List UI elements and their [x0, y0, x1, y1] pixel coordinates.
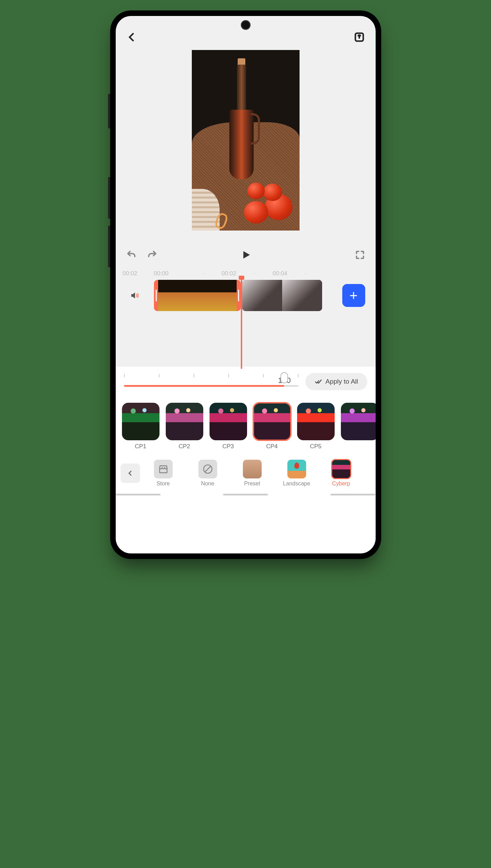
clip-2[interactable] [242, 280, 322, 311]
category-none[interactable]: None [187, 460, 229, 487]
time-mark: 00:00 [154, 270, 185, 277]
redo-icon [147, 250, 157, 260]
filter-cp4-selected[interactable]: CP4 [253, 403, 291, 450]
filter-thumb [122, 403, 159, 440]
preview-tomato [263, 184, 282, 201]
filter-label: CP5 [310, 443, 321, 450]
category-bar[interactable]: Store None Preset Landscape Cyberp [116, 453, 376, 491]
category-cyberpunk-active[interactable]: Cyberp [320, 460, 362, 487]
playhead[interactable] [241, 278, 242, 369]
timeline: 00:02 00:00 · 00:02 · 00:04 · [116, 267, 376, 367]
filter-label: CP4 [266, 443, 278, 450]
double-check-icon [314, 378, 322, 385]
time-mark: 00:02 [221, 270, 236, 277]
audio-button[interactable] [116, 291, 154, 300]
nav-indicator [116, 491, 376, 498]
filter-strip[interactable]: CP1 CP2 CP3 CP4 CP5 [116, 395, 376, 453]
store-icon [154, 460, 173, 478]
filter-cp2[interactable]: CP2 [166, 403, 203, 450]
export-icon [353, 31, 365, 43]
svg-line-2 [205, 466, 211, 472]
clip-thumb [282, 280, 322, 311]
fullscreen-icon [355, 250, 365, 260]
preview-tomato [244, 201, 268, 224]
chevron-left-icon [126, 469, 134, 477]
playback-controls [116, 244, 376, 267]
filter-thumb [210, 403, 247, 440]
play-icon [240, 249, 251, 260]
filter-label: CP2 [179, 443, 190, 450]
none-icon [198, 460, 217, 478]
time-mark: 00:04 [273, 270, 288, 277]
clip-1-selected[interactable] [154, 280, 241, 311]
filter-cp6[interactable] [341, 403, 376, 450]
category-label: Landscape [283, 481, 310, 487]
filter-thumb [253, 403, 291, 440]
filter-cp3[interactable]: CP3 [210, 403, 247, 450]
preview-area [116, 50, 376, 244]
filter-label: CP1 [135, 443, 146, 450]
slider-track [124, 385, 298, 387]
add-clip-button[interactable]: + [342, 284, 365, 307]
clip-thumb [158, 280, 197, 311]
time-mark: · [254, 270, 255, 277]
preset-icon [243, 460, 262, 478]
speaker-icon [130, 291, 139, 300]
filter-thumb [166, 403, 203, 440]
preview-tomato [247, 183, 265, 199]
intensity-row: 100 Apply to All [116, 373, 376, 395]
play-button[interactable] [240, 249, 251, 262]
plus-icon: + [350, 288, 358, 303]
redo-button[interactable] [147, 250, 157, 261]
preview-bottle [229, 65, 254, 197]
apply-label: Apply to All [326, 378, 358, 385]
filter-panel: 100 Apply to All CP1 CP2 CP3 CP4 CP5 [116, 367, 376, 553]
time-mark: · [305, 270, 306, 277]
intensity-slider[interactable]: 100 [124, 377, 298, 387]
time-mark: · [203, 270, 204, 277]
apply-to-all-button[interactable]: Apply to All [305, 373, 367, 390]
back-button[interactable] [126, 31, 138, 44]
filter-cp1[interactable]: CP1 [122, 403, 159, 450]
slider-thumb[interactable] [280, 372, 288, 383]
filter-cp5[interactable]: CP5 [297, 403, 335, 450]
phone-frame: 00:02 00:00 · 00:02 · 00:04 · [110, 10, 381, 559]
chevron-left-icon [126, 31, 138, 43]
fullscreen-button[interactable] [355, 250, 365, 261]
category-label: Preset [244, 481, 260, 487]
category-label: None [201, 481, 214, 487]
filter-thumb [341, 403, 376, 440]
undo-icon [126, 250, 137, 260]
landscape-icon [287, 460, 306, 478]
time-labels: 00:02 00:00 · 00:02 · 00:04 · [116, 270, 376, 280]
app-screen: 00:02 00:00 · 00:02 · 00:04 · [116, 16, 376, 553]
category-landscape[interactable]: Landscape [276, 460, 318, 487]
category-label: Cyberp [332, 481, 350, 487]
preview-image[interactable] [192, 50, 300, 231]
filter-label: CP3 [222, 443, 234, 450]
category-preset[interactable]: Preset [231, 460, 273, 487]
category-store[interactable]: Store [142, 460, 185, 487]
export-button[interactable] [353, 31, 365, 44]
clip-track[interactable]: + [154, 280, 376, 311]
current-time: 00:02 [123, 270, 154, 277]
category-back-button[interactable] [121, 464, 140, 483]
clip-thumb [242, 280, 282, 311]
filter-thumb [297, 403, 335, 440]
category-label: Store [156, 481, 170, 487]
clip-thumb [197, 280, 237, 311]
camera-hole [241, 20, 251, 30]
cyberpunk-icon [332, 460, 351, 478]
undo-button[interactable] [126, 250, 137, 261]
